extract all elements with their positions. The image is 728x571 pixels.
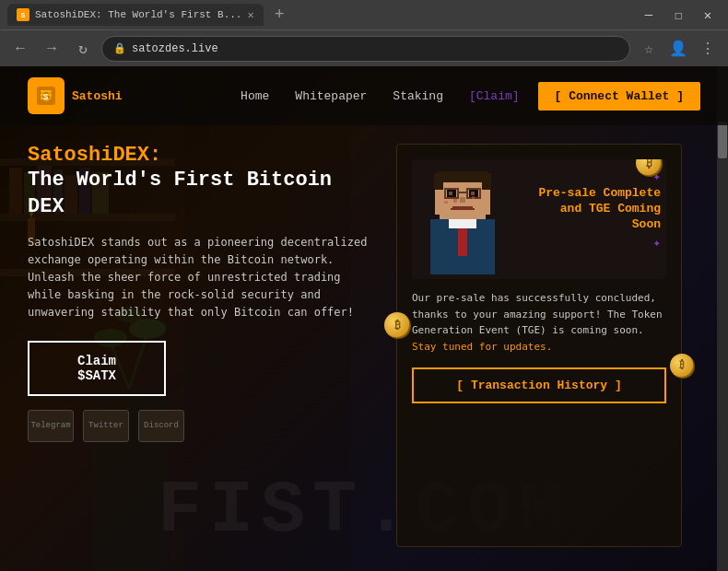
claim-satx-button[interactable]: Claim $SATX (28, 341, 166, 396)
logo-area: S Satoshi (28, 77, 123, 114)
toolbar-right: ☆ 👤 ⋮ (636, 36, 721, 62)
svg-rect-34 (449, 192, 452, 195)
new-tab-button[interactable]: + (275, 6, 285, 24)
svg-rect-35 (471, 192, 475, 195)
discord-link[interactable]: Discord (138, 410, 184, 442)
navbar: S Satoshi Home Whitepaper Staking [Claim… (0, 66, 728, 125)
coin-icon-right: ₿ (670, 354, 694, 378)
svg-text:S: S (43, 93, 49, 102)
svg-rect-46 (453, 199, 457, 203)
svg-rect-48 (444, 201, 448, 204)
nav-claim[interactable]: [Claim] (469, 89, 520, 103)
hero-left: SatoshiDEX: The World's First Bitcoin DE… (28, 144, 378, 547)
close-button[interactable]: ✕ (695, 6, 721, 24)
svg-rect-47 (472, 196, 475, 199)
presale-image-area: ✦ Pre-sale Complete and TGE Coming Soon … (412, 159, 666, 279)
browser-toolbar: ← → ↻ 🔒 satozdes.live ☆ 👤 ⋮ (0, 29, 728, 66)
presale-title: Pre-sale Complete and TGE Coming Soon (538, 186, 661, 233)
lock-icon: 🔒 (113, 42, 126, 54)
svg-rect-39 (460, 197, 465, 203)
address-bar[interactable]: 🔒 satozdes.live (101, 36, 630, 62)
svg-rect-31 (482, 173, 491, 190)
claim-line2: $SATX (77, 368, 116, 383)
presale-title-area: ✦ Pre-sale Complete and TGE Coming Soon … (538, 169, 661, 251)
browser-titlebar: S SatoshiDEX: The World's First B... ✕ +… (0, 0, 728, 29)
logo-icon: S (28, 77, 65, 114)
presale-description: Our pre-sale has successfully concluded,… (412, 290, 666, 355)
logo-text: Satoshi (72, 89, 123, 103)
claim-line1: Claim (77, 354, 116, 368)
browser-chrome: S SatoshiDEX: The World's First B... ✕ +… (0, 0, 728, 66)
connect-wallet-button[interactable]: [ Connect Wallet ] (538, 82, 700, 111)
maximize-button[interactable]: ☐ (665, 6, 691, 24)
reload-button[interactable]: ↻ (70, 36, 96, 62)
social-links: Telegram Twitter Discord (28, 410, 378, 442)
forward-button[interactable]: → (39, 36, 65, 62)
svg-rect-41 (447, 204, 452, 208)
presale-panel: ✦ Pre-sale Complete and TGE Coming Soon … (396, 144, 682, 547)
telegram-link[interactable]: Telegram (28, 410, 74, 442)
top-coin: ₿ (636, 159, 662, 176)
coin-icon-top: ₿ (636, 159, 662, 176)
sparkle-bottom: ✦ (538, 235, 661, 251)
tab-close-icon[interactable]: ✕ (247, 8, 253, 22)
hero-title-orange: SatoshiDEX: (28, 144, 378, 168)
svg-rect-45 (458, 228, 467, 256)
right-coin: ₿ (670, 354, 694, 378)
svg-rect-40 (451, 206, 475, 210)
nav-links: Home Whitepaper Staking [Claim] (241, 89, 519, 103)
window-controls: — ☐ ✕ (636, 6, 721, 24)
page-content: FIST.COM S Satoshi Home Whitepaper Staki… (0, 66, 728, 571)
hero-title-white: The World's First Bitcoin DEX (28, 168, 378, 220)
tab-favicon: S (17, 8, 29, 21)
coin-icon-left: ₿ (384, 312, 410, 338)
hero-description: SatoshiDEX stands out as a pioneering de… (28, 234, 378, 322)
svg-rect-38 (458, 192, 467, 193)
hero-section: SatoshiDEX: The World's First Bitcoin DE… (0, 125, 728, 565)
svg-rect-44 (449, 219, 476, 228)
url-display: satozdes.live (132, 42, 218, 55)
svg-rect-30 (434, 173, 443, 190)
browser-tab[interactable]: S SatoshiDEX: The World's First B... ✕ (7, 4, 264, 26)
minimize-button[interactable]: — (636, 6, 662, 24)
back-button[interactable]: ← (7, 36, 33, 62)
menu-icon[interactable]: ⋮ (695, 36, 721, 62)
nav-whitepaper[interactable]: Whitepaper (295, 89, 367, 103)
profile-icon[interactable]: 👤 (665, 36, 691, 62)
nav-staking[interactable]: Staking (393, 89, 443, 103)
svg-rect-29 (438, 171, 487, 182)
nav-home[interactable]: Home (241, 89, 269, 103)
left-coin: ₿ (384, 312, 410, 338)
transaction-history-button[interactable]: [ Transaction History ] (412, 367, 666, 403)
twitter-link[interactable]: Twitter (83, 410, 129, 442)
bookmark-icon[interactable]: ☆ (636, 36, 662, 62)
portrait-area: ✦ Pre-sale Complete and TGE Coming Soon … (412, 159, 666, 279)
svg-rect-42 (473, 204, 478, 208)
presale-highlight: Stay tuned for updates. (412, 341, 552, 353)
pixel-portrait (412, 164, 513, 274)
tab-title: SatoshiDEX: The World's First B... (35, 9, 241, 20)
